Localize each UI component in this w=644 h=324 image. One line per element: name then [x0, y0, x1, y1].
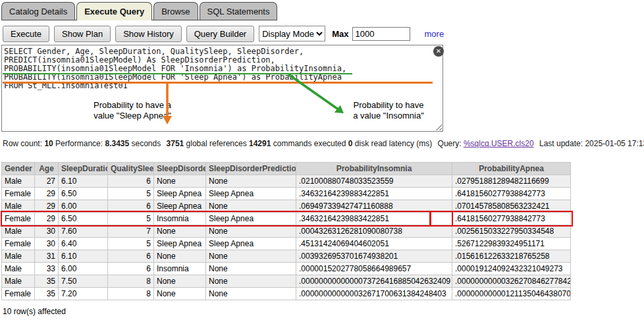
table-row: Male336.006InsomniaNone.0000015202778058… [2, 263, 571, 275]
table-cell: 35 [35, 288, 59, 300]
table-cell: .45131424069404602051 [296, 238, 452, 250]
table-cell: 8 [108, 288, 154, 300]
column-header: SleepDuration [59, 163, 108, 175]
table-cell: .34632164239883422851 [296, 188, 452, 200]
clear-query-button[interactable]: ✕ [433, 46, 444, 57]
table-row: Male316.106NoneNone.00393269537016749382… [2, 250, 571, 263]
table-cell: None [206, 263, 296, 275]
table-cell: Female [2, 238, 35, 250]
table-row: Female357.208NoneNone.000000000000032671… [2, 288, 571, 300]
table-cell: Male [2, 225, 35, 238]
column-header: ProbabilityInsomnia [296, 163, 452, 175]
results-header-row: GenderAgeSleepDurationQualitySleepSleepD… [2, 163, 571, 175]
table-cell: Sleep Apnea [206, 238, 296, 250]
max-label: Max [332, 29, 348, 39]
table-cell: None [206, 250, 296, 263]
table-cell: Sleep Apnea [206, 213, 296, 225]
table-cell: .000019124092432321049273 [452, 263, 571, 275]
table-row: Female296.505Sleep ApneaSleep Apnea.3463… [2, 188, 571, 200]
query-status-line: Row count: 10 Performance: 8.3435 second… [3, 138, 644, 148]
table-cell: 5 [108, 238, 154, 250]
tab-browse[interactable]: Browse [153, 2, 198, 20]
table-cell: 5 [108, 188, 154, 200]
table-cell: None [206, 175, 296, 188]
table-cell: Female [2, 288, 35, 300]
green-underline-annotation [3, 73, 352, 74]
table-cell: 6 [108, 263, 154, 275]
table-cell: Female [2, 213, 35, 225]
table-cell: 7 [108, 225, 154, 238]
table-row: Female296.505InsomniaSleep Apnea.3463216… [2, 213, 571, 225]
show-plan-button[interactable]: Show Plan [54, 26, 111, 42]
table-cell: None [206, 275, 296, 288]
table-cell: 6 [108, 175, 154, 188]
table-row: Male276.106NoneNone.02100088074803352355… [2, 175, 571, 188]
table-cell: 6 [108, 250, 154, 263]
performance-label: Performance: [55, 139, 103, 148]
table-cell: Male [2, 275, 35, 288]
table-cell: .021000880748033523559 [296, 175, 452, 188]
table-cell: .34632164239883422851 [296, 213, 452, 225]
apnea-note-line2: value "Sleep Apnea" [94, 111, 171, 121]
orange-underline-annotation [3, 82, 433, 84]
apnea-annotation-note: Probability to have a value "Sleep Apnea… [92, 100, 173, 121]
table-cell: 8 [108, 275, 154, 288]
table-cell: .015616122633218765258 [452, 250, 571, 263]
table-cell: Sleep Apnea [154, 200, 206, 213]
table-cell: None [206, 288, 296, 300]
more-link[interactable]: more [425, 29, 444, 39]
seconds-label: seconds [132, 139, 161, 148]
table-cell: 29 [35, 213, 59, 225]
query-class-link[interactable]: %sqlcq.USER.cls20 [464, 139, 534, 148]
row-count-label: Row count: [3, 139, 42, 148]
commands-value: 14291 [249, 139, 271, 148]
table-cell: Male [2, 263, 35, 275]
table-cell: 33 [35, 263, 59, 275]
table-cell: .64181560277938842773 [452, 213, 571, 225]
results-table-area: GenderAgeSleepDurationQualitySleepSleepD… [1, 162, 572, 300]
table-cell: 29 [35, 200, 59, 213]
query-toolbar: Execute Show Plan Show History Query Bui… [3, 25, 644, 42]
table-cell: .0039326953701674938201 [296, 250, 452, 263]
query-editor-area: SELECT Gender, Age, SleepDuration, Quali… [1, 45, 443, 132]
tab-execute-query[interactable]: Execute Query [76, 2, 152, 20]
table-cell: 30 [35, 225, 59, 238]
table-cell: 35 [35, 275, 59, 288]
table-cell: .0000000000012113504643807004867 [452, 288, 571, 300]
table-row: Male296.006Sleep ApneaNone.0694973394274… [2, 200, 571, 213]
table-cell: None [154, 275, 206, 288]
show-history-button[interactable]: Show History [115, 26, 182, 42]
global-refs-value: 3751 [167, 139, 184, 148]
tab-catalog-details[interactable]: Catalog Details [1, 2, 75, 20]
display-mode-select[interactable]: Display Mode [259, 26, 325, 41]
table-cell: Insomnia [154, 263, 206, 275]
table-cell: 31 [35, 250, 59, 263]
table-cell: .00043263126281090080738 [296, 225, 452, 238]
results-table: GenderAgeSleepDurationQualitySleepSleepD… [1, 162, 571, 300]
apnea-note-line1: Probability to have a [94, 100, 171, 110]
sql-line-2: PREDICT(insomnia01SleepModel) As SleepDi… [4, 55, 275, 65]
table-cell: None [154, 225, 206, 238]
table-cell: .070145785808563232421 [452, 200, 571, 213]
table-row: Male357.508NoneNone.00000000000000737264… [2, 275, 571, 288]
column-header: QualitySleep [108, 163, 154, 175]
tab-sql-statements[interactable]: SQL Statements [200, 2, 278, 20]
table-cell: 30 [35, 238, 59, 250]
column-header: Age [35, 163, 59, 175]
execute-button[interactable]: Execute [3, 26, 49, 42]
table-cell: .0000000000000073726416885042632409 [296, 275, 452, 288]
query-builder-button[interactable]: Query Builder [186, 26, 254, 42]
table-cell: .0025615033227950334548 [452, 225, 571, 238]
table-cell: Sleep Apnea [154, 188, 206, 200]
table-cell: .027951881289482116699 [452, 175, 571, 188]
table-cell: 6.50 [59, 188, 108, 200]
table-cell: 6.00 [59, 200, 108, 213]
table-cell: None [206, 200, 296, 213]
table-cell: .069497339427471160888 [296, 200, 452, 213]
column-header: SleepDisorder [154, 163, 206, 175]
global-refs-label: global references [186, 139, 247, 148]
insomnia-annotation-note: Probability to have a value "Insomnia" [348, 100, 429, 121]
insomnia-note-line1: Probability to have [354, 100, 424, 110]
max-rows-input[interactable] [352, 27, 410, 41]
table-cell: 27 [35, 175, 59, 188]
